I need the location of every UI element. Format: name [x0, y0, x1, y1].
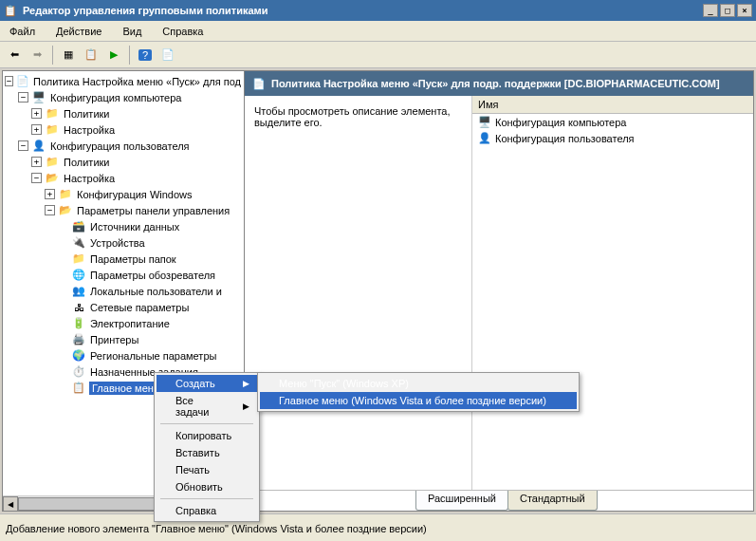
- menu-help[interactable]: Справка: [158, 24, 207, 39]
- tree-browser-options[interactable]: 🌐Параметры обозревателя: [5, 267, 242, 283]
- close-button[interactable]: ×: [737, 4, 752, 17]
- tab-standard[interactable]: Стандартный: [507, 491, 598, 511]
- computer-icon: 🖥️: [31, 90, 46, 105]
- computer-icon: 🖥️: [478, 116, 491, 128]
- statusbar: Добавление нового элемента "Главное меню…: [0, 513, 756, 541]
- policy-icon: 📄: [16, 74, 29, 89]
- create-submenu: Меню "Пуск" (Windows XP) Главное меню (W…: [257, 372, 580, 412]
- app-icon: 📋: [4, 5, 17, 17]
- tree-printers[interactable]: 🖨️Принтеры: [5, 331, 242, 347]
- tree-local-users[interactable]: 👥Локальные пользователи и: [5, 283, 242, 299]
- folder-icon: 📁: [45, 106, 60, 121]
- scroll-thumb[interactable]: [18, 497, 160, 511]
- ctx-copy[interactable]: Копировать: [157, 427, 257, 444]
- menu-action[interactable]: Действие: [52, 24, 105, 39]
- device-icon: 🔌: [71, 235, 86, 251]
- tree-computer-config[interactable]: −🖥️Конфигурация компьютера: [5, 89, 242, 105]
- tree-root[interactable]: −📄Политика Настройка меню «Пуск» для под: [5, 73, 242, 89]
- toolbar-icon-2[interactable]: 📋: [81, 45, 101, 65]
- database-icon: 🗃️: [71, 219, 86, 234]
- folder-icon: 📂: [45, 171, 60, 186]
- view-tabs: Расширенный Стандартный: [245, 490, 753, 511]
- tab-extended[interactable]: Расширенный: [415, 491, 508, 511]
- right-header: 📄 Политика Настройка меню «Пуск» для под…: [245, 71, 753, 96]
- submenu-startmenu-xp[interactable]: Меню "Пуск" (Windows XP): [260, 375, 577, 392]
- window-title: Редактор управления групповыми политикам…: [23, 5, 267, 16]
- submenu-startmenu-vista[interactable]: Главное меню (Windows Vista и более позд…: [260, 392, 577, 409]
- tree-cc-policies[interactable]: +📁Политики: [5, 105, 242, 121]
- ctx-create[interactable]: Создать▶ Меню "Пуск" (Windows XP) Главно…: [157, 375, 257, 392]
- power-icon: 🔋: [71, 316, 86, 331]
- folder-icon: 📁: [45, 155, 60, 170]
- tree-data-sources[interactable]: 🗃️Источники данных: [5, 218, 242, 234]
- folder-icon: 📂: [58, 203, 73, 218]
- folder-options-icon: 📁: [71, 252, 86, 267]
- printer-icon: 🖨️: [71, 332, 86, 347]
- right-pane: 📄 Политика Настройка меню «Пуск» для под…: [245, 71, 753, 511]
- context-menu: Создать▶ Меню "Пуск" (Windows XP) Главно…: [154, 372, 260, 522]
- toolbar: ⬅ ➡ ▦ 📋 ▶ ? 📄: [0, 42, 756, 68]
- toolbar-icon-1[interactable]: ▦: [58, 45, 79, 65]
- titlebar: 📋 Редактор управления групповыми политик…: [0, 0, 756, 21]
- tree-folder-options[interactable]: 📁Параметры папок: [5, 251, 242, 267]
- toolbar-icon-3[interactable]: ▶: [103, 45, 124, 65]
- tree-uc-settings[interactable]: −📂Настройка: [5, 170, 242, 186]
- tree-windows-config[interactable]: +📁Конфигурация Windows: [5, 186, 242, 202]
- toolbar-icon-4[interactable]: 📄: [157, 45, 178, 65]
- users-icon: 👥: [71, 284, 86, 299]
- browser-icon: 🌐: [71, 268, 86, 283]
- menu-view[interactable]: Вид: [119, 24, 145, 39]
- tree-control-panel[interactable]: −📂Параметры панели управления: [5, 202, 242, 218]
- ctx-help[interactable]: Справка: [157, 502, 257, 519]
- tree-power[interactable]: 🔋Электропитание: [5, 315, 242, 331]
- list-item-user-config[interactable]: 👤Конфигурация пользователя: [472, 130, 753, 146]
- network-icon: 🖧: [71, 300, 86, 315]
- back-button[interactable]: ⬅: [4, 45, 25, 65]
- tree-cc-settings[interactable]: +📁Настройка: [5, 121, 242, 138]
- ctx-paste[interactable]: Вставить: [157, 444, 257, 461]
- user-icon: 👤: [31, 139, 46, 154]
- startmenu-icon: 📋: [71, 381, 86, 396]
- help-button[interactable]: ?: [135, 45, 156, 65]
- tree-regional[interactable]: 🌍Региональные параметры: [5, 347, 242, 364]
- maximize-button[interactable]: □: [720, 4, 735, 17]
- user-icon: 👤: [478, 132, 491, 144]
- ctx-refresh[interactable]: Обновить: [157, 478, 257, 495]
- status-text: Добавление нового элемента "Главное меню…: [6, 523, 427, 534]
- tree-devices[interactable]: 🔌Устройства: [5, 234, 242, 251]
- scroll-left-button[interactable]: ◀: [3, 496, 18, 511]
- minimize-button[interactable]: _: [703, 4, 718, 17]
- ctx-separator: [160, 423, 253, 424]
- menu-file[interactable]: Файл: [6, 24, 39, 39]
- menubar: Файл Действие Вид Справка: [0, 21, 756, 42]
- right-header-title: Политика Настройка меню «Пуск» для подр.…: [271, 78, 720, 89]
- globe-icon: 🌍: [71, 348, 86, 364]
- ctx-print[interactable]: Печать: [157, 461, 257, 478]
- policy-icon: 📄: [252, 78, 266, 90]
- chevron-right-icon: ▶: [243, 379, 249, 388]
- forward-button[interactable]: ➡: [27, 45, 47, 65]
- list-item-computer-config[interactable]: 🖥️Конфигурация компьютера: [472, 114, 753, 130]
- list-pane: Имя 🖥️Конфигурация компьютера 👤Конфигура…: [472, 96, 753, 490]
- description-text: Чтобы просмотреть описание элемента, выд…: [254, 105, 450, 128]
- tree-network[interactable]: 🖧Сетевые параметры: [5, 299, 242, 315]
- folder-icon: 📁: [45, 122, 60, 138]
- col-header-name[interactable]: Имя: [472, 96, 753, 114]
- ctx-separator: [160, 498, 253, 499]
- clock-icon: ⏱️: [71, 364, 86, 380]
- tree-uc-policies[interactable]: +📁Политики: [5, 154, 242, 170]
- tree-user-config[interactable]: −👤Конфигурация пользователя: [5, 138, 242, 154]
- folder-icon: 📁: [58, 187, 73, 202]
- description-pane: Чтобы просмотреть описание элемента, выд…: [245, 96, 472, 490]
- ctx-all-tasks[interactable]: Все задачи▶: [157, 392, 257, 420]
- chevron-right-icon: ▶: [243, 401, 249, 411]
